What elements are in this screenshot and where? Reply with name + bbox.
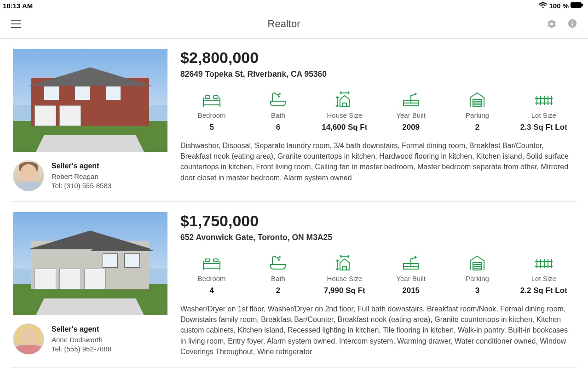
- svg-point-18: [277, 258, 278, 258]
- listing-description: Washer/Dryer on 1st floor, Washer/Dryer …: [180, 304, 575, 357]
- app-header: Realtor: [0, 11, 588, 39]
- listing-left: Seller's agent Anne Dodsworth Tel: (555)…: [13, 212, 167, 357]
- battery-icon: [571, 2, 583, 10]
- listing-description: Dishwasher, Disposal, Separate laundry r…: [180, 140, 575, 183]
- agent-tel: Tel: (310) 555-8583: [52, 181, 111, 190]
- stat-house-size: House Size 14,600 Sq Ft: [313, 89, 376, 132]
- agent-block[interactable]: Seller's agent Anne Dodsworth Tel: (555)…: [13, 323, 167, 355]
- parking-icon: [446, 253, 508, 271]
- svg-point-19: [279, 257, 280, 258]
- stat-value: 2: [446, 123, 508, 132]
- menu-icon[interactable]: [11, 20, 21, 28]
- stat-value: 2009: [380, 123, 442, 132]
- status-right: 100 %: [539, 2, 583, 10]
- stat-label: House Size: [313, 275, 376, 282]
- svg-rect-3: [572, 23, 573, 26]
- stat-value: 14,600 Sq Ft: [313, 123, 376, 132]
- svg-point-8: [277, 94, 278, 95]
- bed-icon: [180, 89, 243, 108]
- stat-house-size: House Size 7,990 Sq Ft: [313, 253, 376, 295]
- listing-price: $2,800,000: [180, 49, 575, 67]
- svg-rect-5: [203, 100, 220, 105]
- stats-row: Bedroom 5 Bath 6 House Size 14,600 Sq Ft: [180, 89, 575, 132]
- stat-label: Parking: [446, 275, 508, 282]
- stat-lot-size: Lot Size 2.3 Sq Ft Lot: [513, 89, 575, 132]
- stat-label: Year Built: [380, 275, 442, 282]
- listing-card[interactable]: Seller's agent Anne Dodsworth Tel: (555)…: [11, 202, 577, 368]
- agent-avatar: [13, 323, 44, 355]
- stat-value: 6: [247, 123, 309, 132]
- stat-label: Year Built: [380, 111, 442, 119]
- wifi-icon: [539, 2, 547, 10]
- stat-lot-size: Lot Size 2.2 Sq Ft Lot: [513, 253, 575, 295]
- svg-rect-6: [205, 96, 210, 98]
- status-time: 10:13 AM: [3, 2, 33, 10]
- stat-value: 3: [446, 286, 508, 295]
- stat-label: House Size: [313, 111, 376, 119]
- stat-value: 5: [180, 123, 243, 132]
- listings-container: Seller's agent Robert Reagan Tel: (310) …: [0, 39, 588, 368]
- stat-year-built: Year Built 2015: [380, 253, 442, 295]
- svg-rect-16: [205, 259, 210, 262]
- stat-value: 4: [180, 286, 243, 295]
- house-size-icon: [313, 89, 376, 108]
- agent-role: Seller's agent: [52, 161, 111, 171]
- battery-percent: 100 %: [549, 2, 569, 10]
- stat-value: 2.3 Sq Ft Lot: [513, 123, 575, 132]
- stat-label: Bath: [247, 275, 309, 282]
- agent-name: Robert Reagan: [52, 172, 111, 181]
- svg-point-9: [279, 93, 280, 94]
- stat-bath: Bath 2: [247, 253, 309, 295]
- parking-icon: [446, 89, 508, 108]
- stat-label: Bath: [247, 111, 309, 119]
- stat-value: 2015: [380, 286, 442, 295]
- page-title: Realtor: [21, 18, 547, 30]
- svg-rect-13: [411, 100, 418, 103]
- stat-label: Lot Size: [513, 111, 575, 119]
- agent-name: Anne Dodsworth: [52, 335, 111, 345]
- stat-value: 2: [247, 286, 309, 295]
- stat-label: Bedroom: [180, 275, 243, 282]
- listing-left: Seller's agent Robert Reagan Tel: (310) …: [13, 49, 167, 191]
- listing-details: $2,800,000 82649 Topeka St, Riverbank, C…: [180, 49, 575, 191]
- agent-role: Seller's agent: [52, 324, 111, 334]
- bath-icon: [247, 89, 309, 108]
- stat-bedroom: Bedroom 5: [180, 89, 243, 132]
- svg-point-4: [572, 21, 573, 23]
- year-built-icon: [380, 253, 442, 271]
- year-built-icon: [380, 89, 442, 108]
- stat-bedroom: Bedroom 4: [180, 253, 243, 295]
- gear-icon[interactable]: [547, 19, 557, 29]
- svg-rect-1: [582, 4, 583, 6]
- stat-year-built: Year Built 2009: [380, 89, 442, 132]
- info-icon[interactable]: [568, 19, 577, 29]
- svg-rect-22: [404, 264, 411, 266]
- stat-bath: Bath 6: [247, 89, 309, 132]
- svg-rect-17: [213, 259, 218, 262]
- bed-icon: [180, 253, 243, 271]
- stat-label: Lot Size: [513, 275, 575, 282]
- svg-rect-12: [404, 100, 411, 103]
- svg-rect-0: [571, 2, 582, 8]
- stat-parking: Parking 2: [446, 89, 508, 132]
- listing-photo[interactable]: [13, 212, 167, 315]
- stat-value: 7,990 Sq Ft: [313, 286, 376, 295]
- listing-price: $1,750,000: [180, 212, 575, 230]
- agent-block[interactable]: Seller's agent Robert Reagan Tel: (310) …: [13, 160, 167, 191]
- agent-info: Seller's agent Anne Dodsworth Tel: (555)…: [52, 324, 111, 354]
- svg-rect-23: [411, 264, 418, 266]
- listing-details: $1,750,000 652 Avonwick Gate, Toronto, O…: [180, 212, 575, 357]
- listing-address: 82649 Topeka St, Riverbank, CA 95360: [180, 69, 575, 79]
- device-status-bar: 10:13 AM 100 %: [0, 0, 588, 11]
- svg-point-20: [278, 259, 279, 260]
- header-actions: [547, 19, 577, 29]
- house-size-icon: [313, 253, 376, 271]
- lot-size-icon: [513, 89, 575, 108]
- agent-avatar: [13, 160, 44, 191]
- agent-info: Seller's agent Robert Reagan Tel: (310) …: [52, 161, 111, 190]
- stat-label: Parking: [446, 111, 508, 119]
- listing-card[interactable]: Seller's agent Robert Reagan Tel: (310) …: [11, 39, 577, 202]
- listing-photo[interactable]: [13, 49, 167, 152]
- agent-tel: Tel: (555) 952-7888: [52, 345, 111, 354]
- lot-size-icon: [513, 253, 575, 271]
